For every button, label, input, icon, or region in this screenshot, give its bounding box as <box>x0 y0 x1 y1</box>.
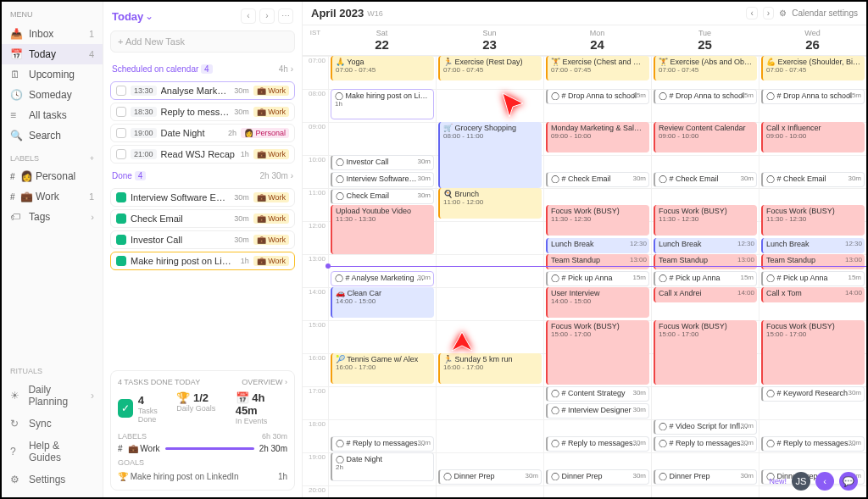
checkbox[interactable] <box>116 235 126 245</box>
ritual-help---guides[interactable]: ?Help & Guides <box>2 435 103 469</box>
label-item[interactable]: #💼 Work1 <box>2 186 103 207</box>
task-row[interactable]: Check Email30m💼 Work <box>110 209 295 228</box>
sidebar-item-someday[interactable]: 🕓Someday <box>2 85 103 105</box>
calendar-event[interactable]: Upload Youtube Video11:30 - 13:30 <box>331 205 434 254</box>
day-column[interactable]: 🏋 Exercise (Abs and Obliques)07:00 - 07:… <box>651 56 759 497</box>
calendar-event[interactable]: ◯ Interview Software…30m <box>331 172 434 187</box>
calendar-month[interactable]: April 2023 <box>311 7 364 19</box>
checkbox[interactable] <box>116 256 126 266</box>
calendar-event[interactable]: ◯ # Reply to messages…30m <box>761 436 865 452</box>
calendar-event[interactable]: ◯ # Reply to messages…30m <box>331 436 434 452</box>
calendar-event[interactable]: ◯ # Content Strategy30m <box>546 386 649 402</box>
calendar-event[interactable]: ◯ Date Night2h <box>331 452 434 481</box>
calendar-event[interactable]: Team Standup13:00 <box>761 254 865 269</box>
sidebar-item-all-tasks[interactable]: ≡All tasks <box>2 105 103 125</box>
calendar-event[interactable]: ◯ # Pick up Anna15m <box>546 271 649 286</box>
calendar-event[interactable]: ◯ Dinner Prep30m <box>546 469 649 485</box>
calendar-event[interactable]: Focus Work (BUSY)11:30 - 12:30 <box>546 205 649 236</box>
day-header[interactable]: Mon24 <box>543 29 651 52</box>
calendar-event[interactable]: ◯ # Reply to messages…30m <box>654 436 757 452</box>
calendar-event[interactable]: Focus Work (BUSY)15:00 - 17:00 <box>546 320 649 385</box>
checkbox[interactable] <box>116 192 126 202</box>
checkbox[interactable] <box>116 107 126 117</box>
calendar-event[interactable]: 🙏 Yoga07:00 - 07:45 <box>331 56 434 80</box>
calendar-event[interactable]: Call x Andrei14:00 <box>654 287 757 302</box>
calendar-event[interactable]: 🛒 Grocery Shopping08:00 - 11:00 <box>438 122 542 188</box>
cal-prev[interactable]: ‹ <box>746 7 757 19</box>
fab-chat[interactable]: 💬 <box>839 472 858 491</box>
calendar-event[interactable]: ◯ Make hiring post on LinkedIn1h <box>331 89 434 119</box>
day-header[interactable]: Tue25 <box>651 29 759 52</box>
calendar-event[interactable]: Lunch Break12:30 <box>546 238 649 253</box>
day-column[interactable]: 🙏 Yoga07:00 - 07:45◯ Make hiring post on… <box>328 56 436 497</box>
day-column[interactable]: 🏋 Exercise (Chest and Back)07:00 - 07:45… <box>543 56 651 497</box>
calendar-event[interactable]: Team Standup13:00 <box>654 254 757 269</box>
calendar-event[interactable]: 🏋 Exercise (Abs and Obliques)07:00 - 07:… <box>654 56 757 80</box>
next-button[interactable]: › <box>259 8 275 24</box>
calendar-settings-link[interactable]: Calendar settings <box>792 8 858 18</box>
overview-link[interactable]: OVERVIEW › <box>242 378 287 386</box>
calendar-event[interactable]: 🚗 Clean Car14:00 - 15:00 <box>331 287 434 318</box>
day-column[interactable]: 🏃 Exercise (Rest Day)07:00 - 07:45🛒 Groc… <box>436 56 543 497</box>
gear-icon[interactable]: ⚙ <box>779 8 787 18</box>
calendar-event[interactable]: Focus Work (BUSY)15:00 - 17:00 <box>761 320 865 385</box>
add-label-icon[interactable]: + <box>90 154 94 163</box>
task-row[interactable]: 19:00Date Night2h👩 Personal <box>110 124 295 142</box>
calendar-event[interactable]: 💪 Exercise (Shoulder, Biceps and Legs)07… <box>761 56 865 80</box>
calendar-event[interactable]: Focus Work (BUSY)15:00 - 17:00 <box>654 320 757 385</box>
calendar-event[interactable]: ◯ Check Email30m <box>331 189 434 204</box>
tasklist-title[interactable]: Today <box>112 10 143 23</box>
task-row[interactable]: Interview Software Engineer30m💼 Work <box>110 188 295 207</box>
sidebar-item-search[interactable]: 🔍Search <box>2 125 103 146</box>
scheduled-section[interactable]: Scheduled on calendar 44h › <box>103 59 302 79</box>
calendar-event[interactable]: Lunch Break12:30 <box>654 238 757 253</box>
calendar-event[interactable]: Focus Work (BUSY)11:30 - 12:30 <box>654 205 757 236</box>
calendar-event[interactable]: ◯ # Pick up Anna15m <box>654 271 757 286</box>
checkbox[interactable] <box>116 149 126 159</box>
calendar-event[interactable]: ◯ Dinner Prep30m <box>654 469 757 485</box>
task-row[interactable]: 13:30Analyse Marketing Reports30m💼 Work <box>110 81 295 100</box>
calendar-event[interactable]: ◯ # Reply to messages…30m <box>546 436 649 452</box>
calendar-event[interactable]: ◯ Dinner Prep30m <box>438 469 542 485</box>
checkbox[interactable] <box>116 86 126 96</box>
calendar-event[interactable]: 🏃 Exercise (Rest Day)07:00 - 07:45 <box>438 56 542 80</box>
calendar-event[interactable]: Team Standup13:00 <box>546 254 649 269</box>
calendar-event[interactable]: ◯ # Keyword Research30m <box>761 386 865 402</box>
calendar-event[interactable]: ◯ # Pick up Anna15m <box>761 271 865 286</box>
task-row[interactable]: 21:00Read WSJ Recap1h💼 Work <box>110 145 295 164</box>
ritual-settings[interactable]: ⚙Settings <box>2 469 103 491</box>
day-header[interactable]: Sun23 <box>436 29 543 52</box>
chevron-down-icon[interactable]: ⌄ <box>145 10 153 22</box>
calendar-event[interactable]: ◯ # Drop Anna to school15m <box>761 89 865 104</box>
calendar-event[interactable]: 🏃 Sunday 5 km run16:00 - 17:00 <box>438 353 542 384</box>
done-section[interactable]: Done 42h 30m › <box>103 166 302 186</box>
task-row[interactable]: 18:30Reply to messages (Slack, Email)30m… <box>110 103 295 121</box>
more-button[interactable]: ⋯ <box>278 8 293 24</box>
calendar-event[interactable]: Review Content Calendar09:00 - 10:00 <box>654 122 757 152</box>
calendar-event[interactable]: User Interview14:00 - 15:00 <box>546 287 649 318</box>
calendar-event[interactable]: ◯ # Drop Anna to school15m <box>654 89 757 104</box>
calendar-event[interactable]: ◯ Investor Call30m <box>331 155 434 170</box>
calendar-event[interactable]: 🏋 Exercise (Chest and Back)07:00 - 07:45 <box>546 56 649 80</box>
calendar-event[interactable]: ◯ # Check Email30m <box>546 172 649 187</box>
day-header[interactable]: Wed26 <box>759 29 866 52</box>
calendar-event[interactable]: ◯ # Check Email30m <box>654 172 757 187</box>
sidebar-item-today[interactable]: 📅Today4 <box>2 44 103 64</box>
calendar-event[interactable]: Monday Marketing & Sales Meeting09:00 - … <box>546 122 649 152</box>
fab-nav[interactable]: ‹ <box>815 472 834 491</box>
checkbox[interactable] <box>116 128 126 138</box>
calendar-event[interactable]: ◯ # Analyse Marketing …30m <box>331 271 434 286</box>
calendar-event[interactable]: Lunch Break12:30 <box>761 238 865 253</box>
add-task-input[interactable]: + Add New Task <box>110 30 295 53</box>
sidebar-item-inbox[interactable]: 📥Inbox1 <box>2 24 103 44</box>
task-row[interactable]: Investor Call30m💼 Work <box>110 230 295 249</box>
new-badge[interactable]: New! <box>769 477 787 485</box>
calendar-event[interactable]: 🍳 Brunch11:00 - 12:00 <box>438 188 542 219</box>
tags-item[interactable]: 🏷Tags› <box>2 207 103 227</box>
task-row[interactable]: Make hiring post on LinkedIn1h💼 Work <box>110 252 295 270</box>
calendar-event[interactable]: 🎾 Tennis Game w/ Alex16:00 - 17:00 <box>331 353 434 384</box>
calendar-event[interactable]: Call x Influencer09:00 - 10:00 <box>761 122 865 152</box>
label-item[interactable]: #👩 Personal <box>2 166 103 186</box>
cal-next[interactable]: › <box>763 7 774 19</box>
day-column[interactable]: 💪 Exercise (Shoulder, Biceps and Legs)07… <box>759 56 866 497</box>
